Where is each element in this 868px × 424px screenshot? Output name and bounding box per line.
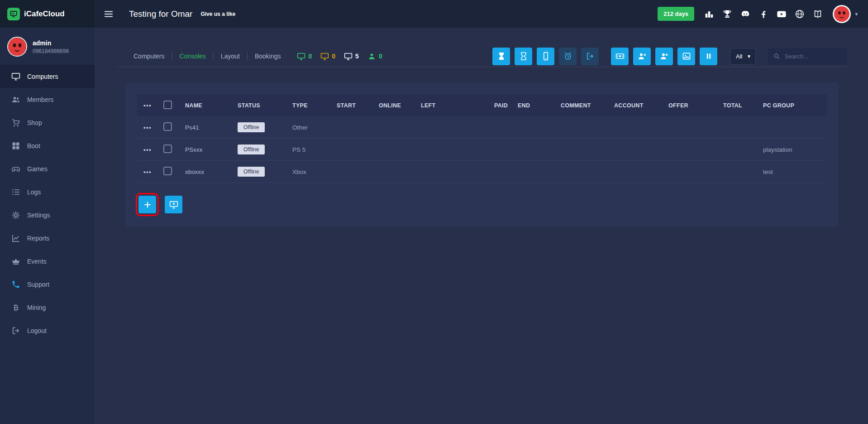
sidebar-item-label: Mining: [27, 304, 46, 311]
cell-pc-group: test: [763, 169, 827, 175]
reports-icon: [11, 234, 20, 243]
sidebar-user: admin 096184986696: [0, 28, 95, 65]
sidebar-item-label: Games: [27, 165, 48, 173]
cell-name: PSxxx: [185, 146, 238, 153]
events-icon: [11, 257, 20, 266]
sidebar: admin 096184986696 Computers Members Sho…: [0, 28, 95, 424]
sidebar-item-games[interactable]: Games: [0, 157, 95, 180]
pause-button[interactable]: [700, 48, 717, 65]
search-box: [768, 48, 847, 65]
podium-icon[interactable]: [704, 9, 714, 19]
monitor-icon: [320, 52, 329, 61]
tab-computers[interactable]: Computers: [126, 46, 172, 67]
screen-image-icon: [682, 52, 691, 61]
add-console-button[interactable]: [138, 196, 156, 213]
tab-layout[interactable]: Layout: [214, 46, 247, 67]
status-counters: 0 0 5 0: [297, 52, 382, 61]
pc-group-filter-select[interactable]: All: [730, 48, 756, 65]
row-actions-menu[interactable]: •••: [137, 169, 163, 175]
license-days-badge[interactable]: 212 days: [658, 7, 694, 21]
sidebar-username: admin: [33, 39, 69, 47]
icafecloud-logo-icon: [7, 8, 20, 20]
trophy-icon[interactable]: [722, 9, 732, 19]
status-badge: Offline: [238, 167, 265, 177]
support-icon: [11, 280, 20, 289]
logout-icon: [11, 326, 20, 335]
row-checkbox[interactable]: [163, 145, 172, 153]
sidebar-item-label: Support: [27, 281, 49, 288]
sidebar-item-mining[interactable]: Mining: [0, 296, 95, 319]
facebook-icon[interactable]: [758, 9, 768, 19]
guide-book-icon[interactable]: [813, 9, 823, 19]
col-header-status: STATUS: [238, 102, 292, 109]
col-header-start: START: [337, 102, 379, 109]
hamburger-menu-button[interactable]: [101, 6, 116, 22]
row-checkbox[interactable]: [163, 167, 172, 175]
top-bar: iCafeCloud Testing for Omar Give us a li…: [0, 0, 868, 28]
mobile-icon: [541, 52, 550, 61]
sidebar-item-computers[interactable]: Computers: [0, 65, 95, 88]
tab-consoles[interactable]: Consoles: [172, 46, 213, 67]
sidebar-item-logout[interactable]: Logout: [0, 319, 95, 342]
sidebar-item-logs[interactable]: Logs: [0, 180, 95, 203]
row-actions-menu[interactable]: •••: [137, 124, 163, 131]
mobile-button[interactable]: [537, 48, 554, 65]
counter-consoles-total[interactable]: 5: [344, 52, 359, 61]
page-title: Testing for Omar: [129, 9, 192, 19]
assign-member-button[interactable]: [655, 48, 673, 65]
alarm-button[interactable]: [559, 48, 577, 65]
sidebar-item-settings[interactable]: Settings: [0, 203, 95, 226]
main-content: Computers Consoles Layout Bookings 0 0 5…: [95, 28, 868, 424]
globe-icon[interactable]: [795, 9, 805, 19]
sidebar-item-reports[interactable]: Reports: [0, 226, 95, 250]
search-input[interactable]: [784, 53, 842, 60]
row-actions-menu[interactable]: •••: [137, 146, 163, 153]
cell-type: PS 5: [292, 146, 337, 153]
col-header-online: ONLINE: [379, 102, 421, 109]
counter-consoles-busy[interactable]: 0: [320, 52, 335, 61]
counter-consoles-online[interactable]: 0: [297, 52, 312, 61]
counter-members-online[interactable]: 0: [367, 52, 382, 61]
sidebar-item-support[interactable]: Support: [0, 273, 95, 296]
boot-icon: [11, 141, 20, 150]
brand-name: iCafeCloud: [24, 10, 65, 19]
cell-pc-group: playstation: [763, 146, 827, 153]
give-us-a-like-link[interactable]: Give us a like: [200, 11, 235, 17]
toolbar-actions: All ▼: [492, 48, 847, 65]
add-member-button[interactable]: [633, 48, 651, 65]
sidebar-item-label: Shop: [27, 119, 42, 126]
hourglass-button[interactable]: [492, 48, 510, 65]
youtube-icon[interactable]: [777, 9, 787, 19]
search-icon: [773, 53, 780, 60]
select-all-checkbox[interactable]: [163, 101, 172, 109]
cash-button[interactable]: [611, 48, 629, 65]
sidebar-item-label: Boot: [27, 142, 40, 149]
col-header-type: TYPE: [292, 102, 337, 109]
user-menu[interactable]: ▼: [833, 5, 859, 23]
bulk-actions-menu[interactable]: •••: [137, 102, 163, 109]
sidebar-item-members[interactable]: Members: [0, 88, 95, 111]
sign-out-button[interactable]: [581, 48, 599, 65]
sidebar-item-shop[interactable]: Shop: [0, 111, 95, 134]
monitor-download-icon: [169, 200, 178, 209]
col-header-account: ACCOUNT: [614, 102, 668, 109]
tab-bookings[interactable]: Bookings: [248, 46, 288, 67]
import-console-button[interactable]: [165, 196, 182, 213]
counter-value: 0: [379, 53, 382, 60]
counter-value: 0: [332, 53, 335, 60]
discord-icon[interactable]: [740, 9, 750, 19]
hourglass-outline-button[interactable]: [515, 48, 532, 65]
screen-view-button[interactable]: [677, 48, 695, 65]
row-checkbox[interactable]: [163, 122, 172, 131]
sidebar-item-boot[interactable]: Boot: [0, 134, 95, 157]
monitor-icon: [344, 52, 353, 61]
status-badge: Offline: [238, 122, 265, 132]
table-footer-actions: [137, 196, 827, 213]
chevron-down-icon: ▼: [854, 11, 859, 17]
sidebar-item-label: Settings: [27, 212, 50, 219]
sidebar-item-label: Events: [27, 258, 47, 265]
col-header-left: LEFT: [421, 102, 494, 109]
sidebar-item-events[interactable]: Events: [0, 250, 95, 273]
alarm-icon: [563, 52, 572, 61]
members-icon: [11, 95, 20, 104]
